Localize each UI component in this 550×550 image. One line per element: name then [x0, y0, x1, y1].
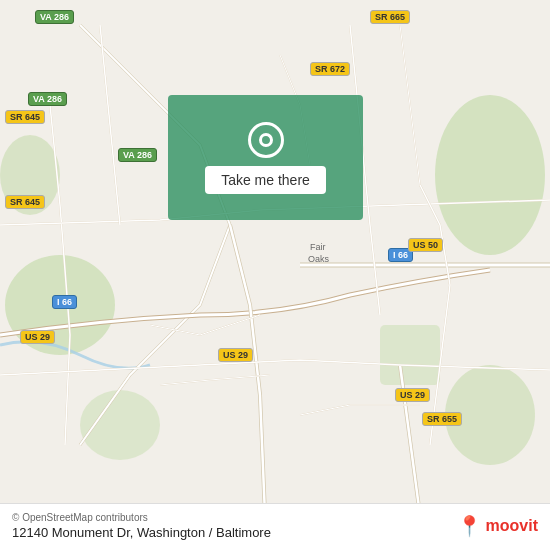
road-badge-sr672: SR 672: [310, 62, 350, 76]
address-text: 12140 Monument Dr, Washington / Baltimor…: [12, 525, 271, 540]
road-badge-sr645-upper: SR 645: [5, 110, 45, 124]
road-badge-us50: US 50: [408, 238, 443, 252]
pin-inner-dot: [259, 133, 273, 147]
location-highlight: Take me there: [168, 95, 363, 220]
road-badge-va286-mid: VA 286: [28, 92, 67, 106]
road-badge-sr645-lower: SR 645: [5, 195, 45, 209]
road-badge-us29-center: US 29: [218, 348, 253, 362]
road-badge-us29-left: US 29: [20, 330, 55, 344]
svg-rect-5: [380, 325, 440, 385]
svg-text:Oaks: Oaks: [308, 254, 330, 264]
moovit-logo: 📍 moovit: [457, 514, 538, 538]
take-me-there-button[interactable]: Take me there: [205, 166, 326, 194]
svg-text:Fair: Fair: [310, 242, 326, 252]
road-badge-va286-center: VA 286: [118, 148, 157, 162]
moovit-brand-text: moovit: [486, 517, 538, 535]
location-pin: [248, 122, 284, 158]
map-container: Fair Oaks VA 286 SR 665 SR 672 VA 286 SR…: [0, 0, 550, 550]
bottom-left-info: © OpenStreetMap contributors 12140 Monum…: [12, 512, 271, 540]
road-badge-i66-left: I 66: [52, 295, 77, 309]
pin-outer-circle: [248, 122, 284, 158]
svg-point-4: [80, 390, 160, 460]
road-badge-va286-top: VA 286: [35, 10, 74, 24]
road-badge-us29-right: US 29: [395, 388, 430, 402]
road-badge-sr655: SR 655: [422, 412, 462, 426]
road-badge-sr665: SR 665: [370, 10, 410, 24]
map-roads: Fair Oaks: [0, 0, 550, 550]
osm-credit: © OpenStreetMap contributors: [12, 512, 271, 523]
moovit-pin-icon: 📍: [457, 514, 482, 538]
svg-point-1: [435, 95, 545, 255]
bottom-bar: © OpenStreetMap contributors 12140 Monum…: [0, 503, 550, 550]
